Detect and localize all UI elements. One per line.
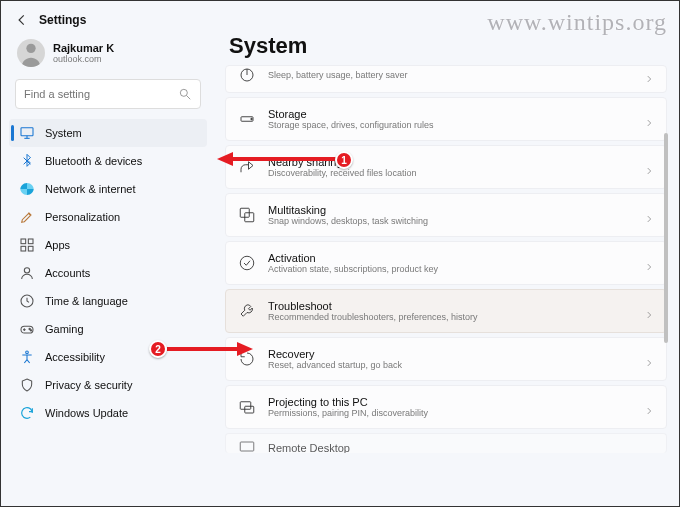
nav-item-label: Apps — [45, 239, 70, 251]
system-icon — [19, 125, 35, 141]
chevron-right-icon — [644, 114, 654, 124]
card-title: Multitasking — [268, 204, 632, 216]
nav-item-accounts[interactable]: Accounts — [9, 259, 207, 287]
network-icon — [19, 181, 35, 197]
nav-item-personalization[interactable]: Personalization — [9, 203, 207, 231]
card-activation[interactable]: ActivationActivation state, subscription… — [225, 241, 667, 285]
svg-rect-9 — [28, 246, 33, 251]
profile-name: Rajkumar K — [53, 42, 114, 54]
nav-item-network[interactable]: Network & internet — [9, 175, 207, 203]
search-box[interactable] — [15, 79, 201, 109]
svg-point-0 — [26, 44, 35, 53]
back-icon[interactable] — [15, 13, 29, 27]
sidebar: Rajkumar K outlook.com SystemBluetooth &… — [1, 33, 215, 502]
card-project[interactable]: Projecting to this PCPermissions, pairin… — [225, 385, 667, 429]
card-subtitle: Reset, advanced startup, go back — [268, 360, 632, 370]
svg-line-2 — [187, 96, 191, 100]
search-icon — [178, 87, 192, 101]
profile-email: outlook.com — [53, 54, 114, 64]
nav-item-label: Personalization — [45, 211, 120, 223]
gaming-icon — [19, 321, 35, 337]
card-title: Nearby sharing — [268, 156, 632, 168]
card-share[interactable]: Nearby sharingDiscoverability, received … — [225, 145, 667, 189]
card-troubleshoot[interactable]: TroubleshootRecommended troubleshooters,… — [225, 289, 667, 333]
annotation-badge-2: 2 — [149, 340, 167, 358]
svg-point-17 — [26, 351, 29, 354]
card-title: Activation — [268, 252, 632, 264]
multitask-icon — [238, 206, 256, 224]
power-icon — [238, 66, 256, 84]
search-input[interactable] — [24, 88, 178, 100]
chevron-right-icon — [644, 70, 654, 80]
svg-point-15 — [29, 328, 30, 329]
activation-icon — [238, 254, 256, 272]
svg-point-24 — [240, 256, 254, 270]
accessibility-icon — [19, 349, 35, 365]
card-title: Projecting to this PC — [268, 396, 632, 408]
card-multitask[interactable]: MultitaskingSnap windows, desktops, task… — [225, 193, 667, 237]
personalization-icon — [19, 209, 35, 225]
card-storage[interactable]: StorageStorage space, drives, configurat… — [225, 97, 667, 141]
nav-item-gaming[interactable]: Gaming — [9, 315, 207, 343]
chevron-right-icon — [644, 162, 654, 172]
settings-list: Sleep, battery usage, battery saverStora… — [225, 65, 667, 498]
card-power[interactable]: Sleep, battery usage, battery saver — [225, 65, 667, 93]
chevron-right-icon — [644, 258, 654, 268]
nav-item-system[interactable]: System — [9, 119, 207, 147]
nav-item-label: Bluetooth & devices — [45, 155, 142, 167]
card-subtitle: Storage space, drives, configuration rul… — [268, 120, 632, 130]
card-recovery[interactable]: RecoveryReset, advanced startup, go back — [225, 337, 667, 381]
time-icon — [19, 293, 35, 309]
accounts-icon — [19, 265, 35, 281]
nav-item-apps[interactable]: Apps — [9, 231, 207, 259]
page-title: System — [225, 33, 667, 65]
svg-point-1 — [180, 89, 187, 96]
card-subtitle: Discoverability, received files location — [268, 168, 632, 178]
nav-item-label: Time & language — [45, 295, 128, 307]
chevron-right-icon — [644, 354, 654, 364]
chevron-right-icon — [644, 402, 654, 412]
card-title: Remote Desktop — [268, 442, 654, 454]
card-title: Recovery — [268, 348, 632, 360]
card-subtitle: Recommended troubleshooters, preferences… — [268, 312, 632, 322]
profile-block[interactable]: Rajkumar K outlook.com — [9, 37, 207, 77]
card-remote[interactable]: Remote Desktop — [225, 433, 667, 453]
svg-rect-3 — [21, 128, 33, 136]
scrollbar-thumb[interactable] — [664, 133, 668, 343]
nav-item-privacy[interactable]: Privacy & security — [9, 371, 207, 399]
remote-icon — [238, 439, 256, 454]
nav-item-label: Windows Update — [45, 407, 128, 419]
card-title: Storage — [268, 108, 632, 120]
bluetooth-icon — [19, 153, 35, 169]
nav-item-label: Network & internet — [45, 183, 135, 195]
card-subtitle: Activation state, subscriptions, product… — [268, 264, 632, 274]
recovery-icon — [238, 350, 256, 368]
nav-item-bluetooth[interactable]: Bluetooth & devices — [9, 147, 207, 175]
svg-rect-25 — [240, 402, 251, 410]
svg-rect-8 — [21, 246, 26, 251]
svg-point-21 — [251, 118, 253, 120]
share-icon — [238, 158, 256, 176]
nav-item-label: Accounts — [45, 267, 90, 279]
project-icon — [238, 398, 256, 416]
card-subtitle: Sleep, battery usage, battery saver — [268, 70, 632, 80]
svg-point-10 — [24, 268, 29, 273]
nav-item-label: Accessibility — [45, 351, 105, 363]
card-subtitle: Permissions, pairing PIN, discoverabilit… — [268, 408, 632, 418]
nav-item-time[interactable]: Time & language — [9, 287, 207, 315]
update-icon — [19, 405, 35, 421]
scrollbar-track[interactable] — [664, 65, 668, 498]
main: System Sleep, battery usage, battery sav… — [215, 33, 679, 502]
card-title: Troubleshoot — [268, 300, 632, 312]
chevron-right-icon — [644, 306, 654, 316]
storage-icon — [238, 110, 256, 128]
annotation-badge-1: 1 — [335, 151, 353, 169]
nav-item-update[interactable]: Windows Update — [9, 399, 207, 427]
nav-item-accessibility[interactable]: Accessibility — [9, 343, 207, 371]
svg-rect-27 — [240, 442, 254, 451]
nav-item-label: System — [45, 127, 82, 139]
svg-rect-6 — [21, 239, 26, 244]
app-title: Settings — [39, 13, 86, 27]
nav: SystemBluetooth & devicesNetwork & inter… — [9, 119, 207, 427]
card-subtitle: Snap windows, desktops, task switching — [268, 216, 632, 226]
